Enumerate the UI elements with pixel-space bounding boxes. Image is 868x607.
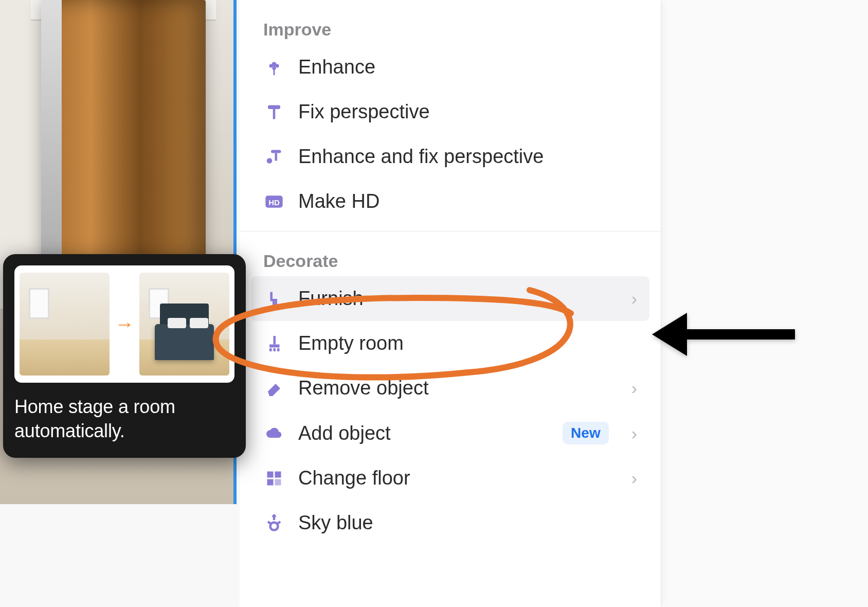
broom-icon: [263, 333, 285, 354]
sun-icon: [263, 512, 285, 534]
chevron-right-icon: ›: [631, 289, 637, 309]
menu-label: Empty room: [298, 332, 637, 354]
svg-rect-12: [275, 301, 278, 306]
chair-icon: [263, 288, 285, 310]
menu-label: Make HD: [298, 190, 637, 212]
thumb-after: [139, 273, 229, 376]
menu-label: Add object: [298, 422, 549, 444]
menu-item-furnish[interactable]: Furnish ›: [251, 276, 649, 321]
menu-label: Enhance: [298, 56, 637, 78]
chevron-right-icon: ›: [631, 468, 637, 488]
svg-point-2: [275, 64, 279, 67]
cloud-icon: [263, 422, 285, 444]
menu-label: Sky blue: [298, 512, 637, 534]
svg-point-9: [267, 158, 273, 164]
enhance-perspective-icon: [263, 146, 285, 168]
tooltip-thumbnails: →: [14, 265, 234, 383]
svg-rect-8: [275, 153, 278, 160]
eraser-icon: [263, 378, 285, 399]
perspective-icon: [263, 101, 285, 123]
menu-label: Fix perspective: [298, 101, 637, 123]
right-gutter: [661, 0, 868, 607]
hd-icon: HD: [263, 191, 285, 212]
menu-item-sky-blue[interactable]: Sky blue: [240, 501, 661, 545]
svg-rect-20: [267, 479, 274, 485]
svg-rect-19: [275, 471, 281, 477]
svg-rect-18: [267, 471, 274, 477]
thumb-before: [20, 273, 110, 376]
tooltip-text: Home stage a room automatically.: [14, 395, 234, 443]
svg-rect-7: [271, 150, 281, 153]
svg-point-1: [269, 64, 273, 67]
section-title-decorate: Decorate: [240, 231, 661, 276]
svg-rect-15: [269, 348, 272, 351]
menu-label: Enhance and fix perspective: [298, 146, 637, 168]
menu-label: Remove object: [298, 377, 618, 399]
svg-text:HD: HD: [268, 198, 280, 206]
svg-rect-16: [274, 348, 276, 351]
svg-rect-17: [277, 348, 280, 351]
svg-line-25: [277, 522, 280, 524]
door-graphic: [41, 0, 206, 288]
section-title-improve: Improve: [240, 0, 661, 45]
svg-rect-14: [269, 344, 280, 347]
menu-label: Change floor: [298, 467, 618, 489]
menu-item-change-floor[interactable]: Change floor ›: [240, 456, 661, 501]
menu-item-enhance[interactable]: Enhance: [240, 45, 661, 90]
svg-rect-6: [273, 109, 276, 119]
badge-new: New: [563, 422, 609, 444]
svg-rect-5: [268, 105, 280, 109]
app-canvas: → Home stage a room automatically. Impro…: [0, 0, 868, 607]
menu-label: Furnish: [298, 288, 618, 310]
menu-item-add-object[interactable]: Add object New ›: [240, 410, 661, 456]
tooltip-card: → Home stage a room automatically.: [3, 254, 246, 458]
flower-icon: [263, 57, 285, 78]
svg-line-24: [268, 522, 271, 524]
svg-rect-13: [274, 336, 276, 345]
arrow-icon: →: [115, 313, 134, 335]
action-menu: Improve Enhance Fix perspective Enhance …: [240, 0, 661, 607]
chevron-right-icon: ›: [631, 423, 637, 443]
svg-point-22: [270, 522, 278, 530]
chevron-right-icon: ›: [631, 378, 637, 398]
menu-item-remove-object[interactable]: Remove object ›: [240, 366, 661, 410]
menu-item-fix-perspective[interactable]: Fix perspective: [240, 90, 661, 134]
tiles-icon: [263, 468, 285, 489]
menu-item-make-hd[interactable]: HD Make HD: [240, 179, 661, 224]
menu-item-empty-room[interactable]: Empty room: [240, 321, 661, 366]
svg-rect-4: [274, 69, 275, 75]
menu-item-enhance-fix[interactable]: Enhance and fix perspective: [240, 134, 661, 179]
svg-rect-21: [275, 479, 281, 485]
